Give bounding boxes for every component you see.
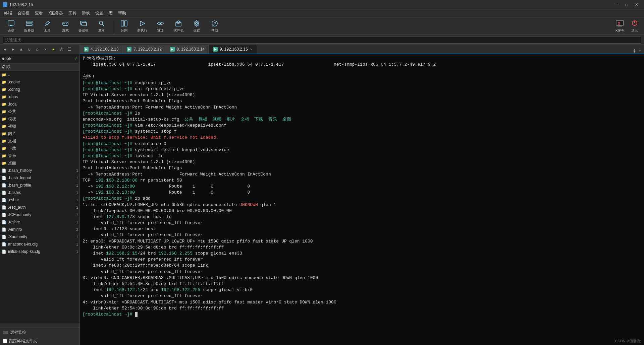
tabs-scroll-btn[interactable]: ❮ [632, 48, 637, 54]
sidebar-item-pictures[interactable]: 📁 图片 [0, 130, 79, 137]
sidebar-item-videos[interactable]: 📁 视频 [0, 123, 79, 130]
sidebar-item-anaconda-ks[interactable]: 📄 anaconda-ks.cfg 1 [0, 240, 79, 248]
menu-games[interactable]: 游戏 [79, 10, 93, 17]
folder-icon-dbus: 📁 [1, 94, 7, 99]
sidebar-view-btn[interactable]: ☰ [66, 46, 73, 53]
sidebar-item-viminfo[interactable]: 📄 .viminfo 2 [0, 226, 79, 233]
menu-macro[interactable]: 宏 [106, 10, 115, 17]
maximize-button[interactable]: □ [622, 0, 631, 9]
toolbar-sessionbox-btn[interactable]: 会话框 [75, 18, 92, 34]
sidebar-item-bash-history[interactable]: 📄 .bash_history 1 [0, 167, 79, 174]
tab-192-168-2-13[interactable]: ▶ 4. 192.168.2.13 [80, 45, 123, 54]
toolbar-session-btn[interactable]: 会话 [3, 18, 19, 34]
close-button[interactable]: ✕ [632, 0, 641, 9]
term-line: [root@localhost ~]# ip add [83, 196, 641, 202]
help-icon: ? [211, 19, 219, 27]
find-icon [98, 19, 106, 27]
toolbar-package-btn[interactable]: 软件包 [170, 18, 187, 34]
term-line: IP Virtual Server version 1.2.1 (size=40… [83, 92, 641, 98]
sidebar-anaconda-ks-count: 1 [76, 242, 78, 246]
quick-connect-input[interactable] [3, 36, 641, 44]
tabs-new-btn[interactable]: + [637, 48, 643, 54]
sidebar-up-btn[interactable]: ▲ [17, 46, 25, 53]
menu-view[interactable]: 查看 [32, 10, 46, 17]
sidebar-forward-btn[interactable]: ▶ [9, 46, 17, 53]
sidebar-item-config[interactable]: 📁 .config [0, 86, 79, 93]
svg-point-24 [196, 22, 198, 24]
sidebar-bookmark-btn[interactable]: ★ [50, 46, 57, 53]
toolbar-multi-btn[interactable]: 多执行 [134, 18, 151, 34]
toolbar-help-label: 帮助 [211, 28, 218, 33]
sidebar-item-tcshrc[interactable]: 📄 .tcshrc 1 [0, 218, 79, 226]
toolbar-game-btn[interactable]: 游戏 [57, 18, 74, 34]
toolbar-help-btn[interactable]: ? 帮助 [206, 18, 223, 34]
toolbar-tool-btn[interactable]: 工具 [39, 18, 56, 34]
sidebar-bash-logout-count: 1 [76, 176, 78, 180]
sidebar-bash-profile-name: .bash_profile [8, 183, 76, 188]
term-line: inet6 fe80::20c:29ff:fe5e:d8eb/64 scope … [83, 263, 641, 269]
tab-192-168-2-12[interactable]: ▶ 7. 192.168.2.12 [123, 45, 166, 54]
menu-settings[interactable]: 设置 [93, 10, 106, 17]
sidebar-item-templates[interactable]: 📁 模板 [0, 115, 79, 123]
sidebar-viminfo-count: 2 [76, 227, 78, 231]
sidebar-item-esd-auth[interactable]: 📄 .esd_auth 1 [0, 204, 79, 211]
menu-terminal[interactable]: 终端 [1, 10, 15, 17]
sidebar-item-initial-setup[interactable]: 📄 initial-setup-ks.cfg 1 [0, 248, 79, 255]
menu-xserver[interactable]: X服务器 [46, 10, 66, 17]
terminal[interactable]: 作为依赖被升级: ipset.x86_64 0:7.1-1.el7 ipset-… [80, 54, 644, 345]
tab-icon-15: ▶ [213, 47, 218, 52]
toolbar-server-btn[interactable]: 服务器 [21, 18, 38, 34]
minimize-button[interactable]: ─ [612, 0, 621, 9]
window-controls: ─ □ ✕ [612, 0, 641, 9]
toolbar-find-btn[interactable]: 查看 [93, 18, 110, 34]
sidebar-bash-profile-count: 1 [76, 183, 78, 187]
toolbar-tunnel-btn[interactable]: 隧道 [152, 18, 169, 34]
sidebar-item-xauthority[interactable]: 📄 .Xauthority 1 [0, 233, 79, 240]
sidebar-item-dbus[interactable]: 📁 .dbus [0, 93, 79, 100]
folder-icon-local: 📁 [1, 101, 7, 107]
server-icon [25, 19, 33, 27]
sidebar-item-bash-logout[interactable]: 📄 .bash_logout 1 [0, 174, 79, 182]
sidebar-item-cshrc[interactable]: 📄 .cshrc 1 [0, 196, 79, 204]
sidebar-item-cache[interactable]: 📁 .cache [0, 78, 79, 86]
svg-rect-30 [618, 26, 622, 26]
sidebar-stop-btn[interactable]: ✕ [42, 46, 49, 53]
term-line: IP Virtual Server version 1.2.1 (size=40… [83, 159, 641, 165]
menu-help[interactable]: 帮助 [115, 10, 129, 17]
sidebar-filter-btn[interactable]: A [58, 46, 65, 53]
session-icon [7, 19, 15, 27]
sidebar-scrollbar-h[interactable] [0, 324, 79, 328]
sidebar-home-btn[interactable]: ⌂ [34, 46, 41, 53]
menu-session[interactable]: 会话框 [15, 10, 32, 17]
exit-btn[interactable]: 退出 [628, 18, 641, 34]
tab-close-15[interactable]: ✕ [250, 48, 253, 51]
sidebar-item-bashrc[interactable]: 📄 .bashrc 1 [0, 189, 79, 196]
sidebar-item-local[interactable]: 📁 .local [0, 100, 79, 108]
sidebar-item-iceauthority[interactable]: 📄 .ICEauthority 1 [0, 211, 79, 218]
tab-192-168-2-15[interactable]: ▶ 9. 192.168.2.15 ✕ [209, 45, 257, 54]
sidebar-back-btn[interactable]: ◀ [1, 46, 9, 53]
sidebar-monitor-btn[interactable]: 远程监控 [0, 328, 79, 337]
sidebar-docs-name: 文档 [8, 138, 78, 144]
tab-192-168-2-14[interactable]: ▶ 8. 192.168.2.14 [166, 45, 209, 54]
sidebar-item-docs[interactable]: 📁 文档 [0, 137, 79, 145]
sidebar-item-bash-profile[interactable]: 📄 .bash_profile 1 [0, 182, 79, 189]
sidebar-item-dotdot[interactable]: 📁 .. [0, 71, 79, 78]
toolbar-settings-btn[interactable]: 设置 [188, 18, 205, 34]
menu-tools[interactable]: 工具 [66, 10, 79, 17]
track-terminal-checkbox[interactable] [3, 339, 7, 343]
sidebar-item-desktop[interactable]: 📁 桌面 [0, 159, 79, 167]
term-line: -> RemoteAddress:Port Forward Weight Act… [83, 171, 641, 178]
sessionbox-icon [79, 19, 88, 27]
term-line: link/ether 52:54:00:8c:90:de brd ff:ff:f… [83, 305, 641, 312]
multi-icon [138, 19, 146, 27]
sidebar-item-public[interactable]: 📁 公共 [0, 108, 79, 115]
term-line-cursor: [root@localhost ~]# [83, 312, 641, 318]
sidebar-item-music[interactable]: 📁 音乐 [0, 152, 79, 159]
toolbar-split-btn[interactable]: 分割 [116, 18, 132, 34]
term-line: Prot LocalAddress:Port Scheduler Flags [83, 98, 641, 104]
sidebar-item-downloads[interactable]: 📁 下载 [0, 145, 79, 152]
xserver-btn[interactable]: X X服务 [613, 18, 627, 34]
sidebar-music-name: 音乐 [8, 153, 78, 159]
sidebar-refresh-btn[interactable]: ↻ [25, 46, 33, 53]
